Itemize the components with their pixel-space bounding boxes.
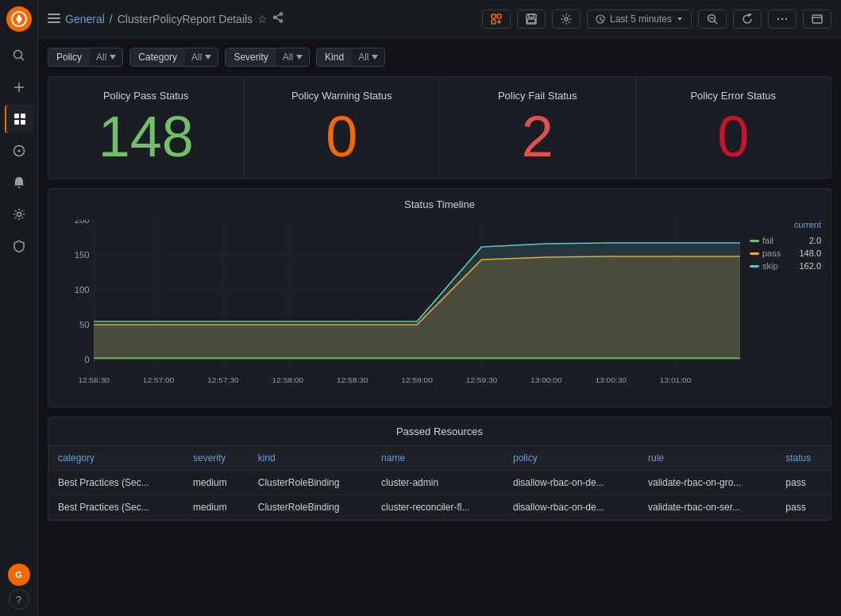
chart-area: 200 150 100 50 0 bbox=[58, 220, 740, 397]
search-icon[interactable] bbox=[5, 41, 33, 70]
col-header-policy: policy bbox=[503, 446, 638, 471]
chart-title: Status Timeline bbox=[58, 198, 821, 210]
svg-point-28 bbox=[565, 17, 568, 21]
sidebar: G ? bbox=[0, 0, 38, 616]
breadcrumb-current: ClusterPolicyReport Details bbox=[118, 13, 253, 25]
help-icon[interactable]: ? bbox=[9, 589, 29, 610]
col-header-severity: severity bbox=[183, 446, 249, 471]
fullscreen-button[interactable] bbox=[803, 10, 831, 29]
skip-legend-name: skip bbox=[762, 261, 796, 271]
svg-point-35 bbox=[777, 17, 779, 19]
kind-filter-value[interactable]: All bbox=[352, 48, 384, 66]
more-options-button[interactable] bbox=[768, 10, 797, 29]
category-filter-label: Category bbox=[130, 48, 185, 66]
cell-status: pass bbox=[776, 471, 831, 495]
col-header-category: category bbox=[48, 446, 183, 471]
category-filter-value[interactable]: All bbox=[185, 48, 218, 66]
svg-text:12:57:00: 12:57:00 bbox=[143, 376, 175, 384]
legend-header: current bbox=[750, 220, 821, 229]
app-logo[interactable] bbox=[6, 6, 32, 32]
svg-line-18 bbox=[276, 18, 280, 21]
pass-status-value: 148 bbox=[98, 108, 194, 165]
col-header-name: name bbox=[372, 446, 503, 471]
svg-rect-26 bbox=[529, 14, 534, 17]
save-button[interactable] bbox=[517, 10, 546, 29]
severity-filter[interactable]: Severity All bbox=[225, 48, 310, 67]
cell-category: Best Practices (Sec... bbox=[48, 495, 183, 520]
gear-icon[interactable] bbox=[5, 200, 33, 229]
policy-filter-value[interactable]: All bbox=[90, 48, 122, 66]
sidebar-toggle-icon[interactable] bbox=[48, 13, 60, 25]
chart-panel: Status Timeline bbox=[48, 188, 831, 407]
error-status-title: Policy Error Status bbox=[690, 90, 776, 102]
compass-icon[interactable] bbox=[5, 137, 33, 165]
kind-filter[interactable]: Kind All bbox=[316, 48, 385, 67]
svg-line-33 bbox=[715, 21, 718, 24]
share-icon[interactable] bbox=[272, 12, 284, 25]
avatar[interactable]: G bbox=[8, 564, 30, 586]
breadcrumb: General / ClusterPolicyReport Details bbox=[65, 13, 253, 25]
skip-legend-value: 162.0 bbox=[799, 261, 821, 271]
svg-rect-27 bbox=[527, 19, 535, 23]
svg-rect-20 bbox=[492, 14, 496, 18]
severity-filter-value[interactable]: All bbox=[276, 48, 309, 66]
policy-filter[interactable]: Policy All bbox=[48, 48, 123, 67]
main-content: General / ClusterPolicyReport Details ☆ bbox=[38, 0, 841, 616]
fail-legend-value: 2.0 bbox=[809, 236, 821, 245]
pass-legend-name: pass bbox=[762, 248, 796, 258]
category-filter[interactable]: Category All bbox=[129, 48, 218, 67]
legend-item-skip: skip 162.0 bbox=[750, 261, 821, 271]
svg-rect-14 bbox=[48, 21, 60, 23]
add-panel-button[interactable] bbox=[482, 10, 511, 29]
svg-rect-22 bbox=[492, 20, 496, 24]
passed-resources-table: category severity kind name policy rule … bbox=[48, 446, 831, 520]
shield-icon[interactable] bbox=[5, 232, 33, 260]
topbar-nav: General / ClusterPolicyReport Details ☆ bbox=[48, 12, 476, 25]
svg-rect-7 bbox=[14, 120, 19, 125]
cell-severity: medium bbox=[183, 471, 249, 495]
policy-filter-label: Policy bbox=[48, 48, 90, 66]
svg-text:0: 0 bbox=[84, 356, 89, 364]
table-row: Best Practices (Sec...mediumClusterRoleB… bbox=[48, 495, 831, 520]
svg-text:12:59:30: 12:59:30 bbox=[466, 376, 498, 384]
pass-legend-dot bbox=[750, 252, 759, 255]
svg-text:12:57:30: 12:57:30 bbox=[207, 376, 239, 384]
cell-kind: ClusterRoleBinding bbox=[249, 495, 372, 520]
svg-point-36 bbox=[781, 17, 783, 19]
topbar-actions: Last 5 minutes bbox=[482, 10, 831, 29]
svg-line-19 bbox=[276, 14, 280, 17]
svg-rect-21 bbox=[497, 14, 501, 18]
table-panel: Passed Resources category severity kind … bbox=[48, 417, 831, 521]
cell-name: cluster-reconciler-fl... bbox=[372, 495, 503, 520]
col-header-kind: kind bbox=[249, 446, 372, 471]
cell-rule: validate-rbac-on-ser... bbox=[638, 495, 776, 520]
fail-status-title: Policy Fail Status bbox=[498, 90, 577, 102]
svg-text:12:56:30: 12:56:30 bbox=[78, 376, 110, 384]
grid-icon[interactable] bbox=[5, 105, 33, 133]
cell-rule: validate-rbac-on-gro... bbox=[638, 471, 776, 495]
status-card-pass: Policy Pass Status 148 bbox=[48, 77, 244, 178]
add-icon[interactable] bbox=[5, 73, 33, 102]
fail-legend-dot bbox=[750, 240, 759, 242]
svg-line-31 bbox=[600, 19, 603, 21]
kind-filter-label: Kind bbox=[317, 48, 352, 66]
refresh-button[interactable] bbox=[733, 10, 762, 29]
svg-text:200: 200 bbox=[75, 220, 90, 225]
col-header-status: status bbox=[776, 446, 831, 471]
svg-line-2 bbox=[21, 58, 24, 61]
zoom-out-button[interactable] bbox=[698, 10, 727, 29]
error-status-value: 0 bbox=[717, 108, 749, 165]
breadcrumb-general[interactable]: General bbox=[65, 13, 105, 25]
svg-rect-38 bbox=[812, 15, 822, 23]
col-header-rule: rule bbox=[638, 446, 776, 471]
svg-rect-12 bbox=[48, 13, 60, 15]
star-icon[interactable]: ☆ bbox=[257, 13, 268, 25]
severity-filter-label: Severity bbox=[226, 48, 276, 66]
time-range-button[interactable]: Last 5 minutes bbox=[587, 10, 692, 29]
settings-button[interactable] bbox=[552, 10, 581, 29]
svg-text:12:59:00: 12:59:00 bbox=[401, 376, 433, 384]
warning-status-title: Policy Warning Status bbox=[291, 90, 392, 102]
svg-point-16 bbox=[274, 17, 276, 19]
bell-icon[interactable] bbox=[5, 168, 33, 197]
warning-status-value: 0 bbox=[326, 108, 357, 165]
